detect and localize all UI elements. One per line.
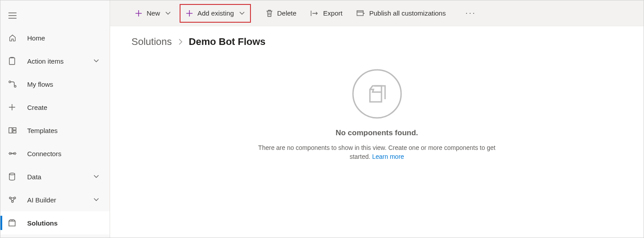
- connectors-icon: [8, 150, 21, 157]
- delete-button[interactable]: Delete: [261, 4, 302, 23]
- svg-rect-12: [9, 221, 15, 226]
- sidebar-item-label: Solutions: [21, 219, 110, 227]
- add-existing-button[interactable]: Add existing: [180, 4, 251, 23]
- plus-icon: [135, 10, 142, 17]
- sidebar-item-data[interactable]: Data: [0, 165, 110, 188]
- sidebar-item-create[interactable]: Create: [0, 96, 110, 119]
- more-icon: ···: [465, 8, 476, 18]
- plus-icon: [8, 104, 21, 111]
- empty-state-subtitle: There are no components to show in this …: [252, 144, 502, 161]
- sidebar-item-ai-builder[interactable]: AI Builder: [0, 188, 110, 211]
- svg-point-1: [9, 81, 11, 83]
- ai-builder-icon: [8, 196, 21, 203]
- svg-rect-0: [9, 58, 15, 65]
- sidebar-item-home[interactable]: Home: [0, 26, 110, 49]
- add-existing-button-label: Add existing: [197, 9, 234, 17]
- publish-button[interactable]: Publish all customizations: [351, 4, 451, 23]
- svg-rect-3: [9, 128, 12, 133]
- svg-rect-13: [357, 11, 363, 16]
- empty-state-title: No components found.: [336, 129, 418, 137]
- svg-point-9: [9, 197, 11, 199]
- sidebar-item-my-flows[interactable]: My flows: [0, 73, 110, 96]
- export-button-label: Export: [323, 9, 342, 17]
- sidebar-item-label: Home: [21, 34, 110, 42]
- sidebar-item-connectors[interactable]: Connectors: [0, 142, 110, 165]
- breadcrumb-current: Demo Bot Flows: [189, 36, 266, 48]
- svg-rect-4: [13, 128, 16, 130]
- export-icon: [311, 10, 319, 16]
- empty-state: No components found. There are no compon…: [110, 48, 644, 238]
- svg-point-11: [12, 201, 13, 202]
- new-button[interactable]: New: [130, 4, 176, 23]
- svg-point-14: [353, 70, 401, 118]
- nav-list: Home Action items My flows: [0, 26, 110, 234]
- svg-point-10: [14, 197, 16, 199]
- chevron-down-icon: [94, 198, 110, 202]
- plus-icon: [186, 10, 193, 17]
- flow-icon: [8, 81, 21, 88]
- sidebar-item-solutions[interactable]: Solutions: [0, 211, 110, 234]
- svg-point-2: [14, 85, 16, 87]
- chevron-down-icon: [94, 175, 110, 178]
- new-button-label: New: [147, 9, 160, 17]
- database-icon: [8, 173, 21, 181]
- chevron-down-icon: [94, 59, 110, 63]
- chevron-down-icon: [165, 12, 171, 15]
- publish-button-label: Publish all customizations: [369, 9, 446, 17]
- learn-more-link[interactable]: Learn more: [372, 153, 404, 160]
- sidebar-item-label: Action items: [21, 57, 94, 65]
- chevron-right-icon: [178, 39, 183, 45]
- svg-point-8: [9, 173, 15, 175]
- hamburger-button[interactable]: [8, 6, 16, 25]
- sidebar-item-action-items[interactable]: Action items: [0, 49, 110, 73]
- publish-icon: [357, 10, 365, 17]
- breadcrumb-root[interactable]: Solutions: [131, 36, 172, 48]
- empty-state-icon: [352, 69, 402, 119]
- sidebar-item-templates[interactable]: Templates: [0, 119, 110, 142]
- more-commands-button[interactable]: ···: [461, 4, 480, 23]
- sidebar-item-label: AI Builder: [21, 196, 94, 204]
- delete-button-label: Delete: [277, 9, 296, 17]
- hamburger-icon: [8, 12, 16, 19]
- clipboard-icon: [8, 57, 21, 65]
- svg-point-6: [11, 153, 12, 154]
- sidebar-item-label: Data: [21, 173, 94, 181]
- templates-icon: [8, 127, 21, 133]
- home-icon: [8, 34, 21, 42]
- sidebar-item-label: Templates: [21, 127, 110, 134]
- chevron-down-icon: [239, 12, 245, 15]
- export-button[interactable]: Export: [305, 4, 348, 23]
- sidebar-item-label: Connectors: [21, 150, 110, 157]
- solutions-icon: [8, 219, 21, 226]
- svg-rect-5: [13, 131, 16, 133]
- svg-point-7: [13, 153, 15, 154]
- main-area: New Add existing Delete: [110, 0, 644, 238]
- trash-icon: [266, 9, 273, 17]
- sidebar: Home Action items My flows: [0, 0, 110, 238]
- command-bar: New Add existing Delete: [110, 0, 644, 26]
- breadcrumb: Solutions Demo Bot Flows: [110, 26, 644, 48]
- sidebar-item-label: My flows: [21, 81, 110, 88]
- sidebar-item-label: Create: [21, 104, 110, 111]
